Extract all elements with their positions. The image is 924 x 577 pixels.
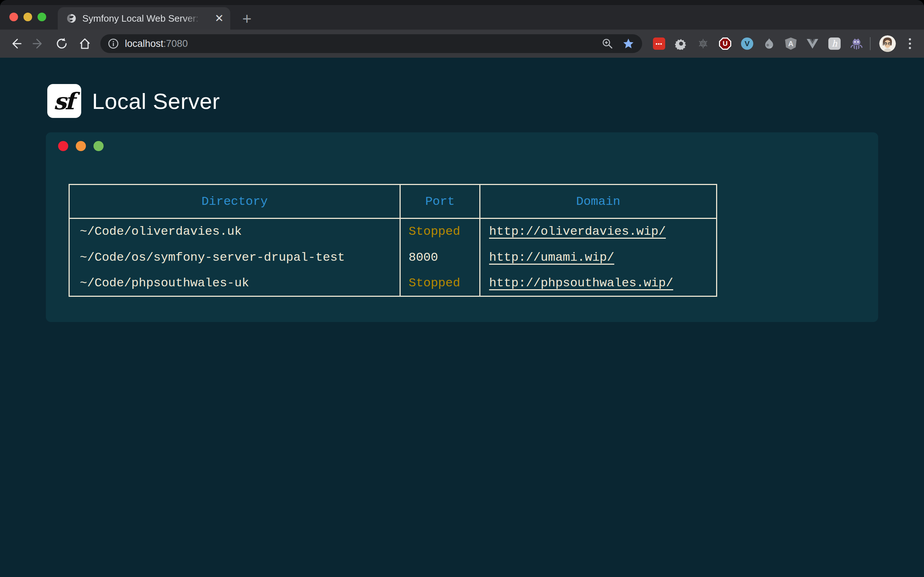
domain-link[interactable]: http://oliverdavies.wip/ bbox=[489, 225, 666, 239]
chrome-menu-icon[interactable] bbox=[904, 38, 916, 49]
vue-icon[interactable] bbox=[806, 37, 819, 50]
port-status: Stopped bbox=[409, 225, 460, 239]
url-text: localhost:7080 bbox=[125, 38, 188, 49]
browser-window: Symfony Local Web Server: Prox ✕ + local… bbox=[0, 0, 924, 577]
domain-link[interactable]: http://umami.wip/ bbox=[489, 251, 614, 264]
ublock-icon[interactable]: U bbox=[719, 37, 731, 50]
symfony-logo-glyph: sf bbox=[53, 88, 75, 115]
url-port: :7080 bbox=[163, 38, 188, 49]
toolbar-divider bbox=[870, 37, 871, 50]
window-zoom-button[interactable] bbox=[37, 13, 46, 21]
lastpass-icon[interactable]: ••• bbox=[653, 37, 665, 50]
port-link[interactable]: 8000 bbox=[409, 251, 438, 264]
window-frame-top bbox=[0, 0, 924, 5]
table-row: ~/Code/oliverdavies.uk Stopped http://ol… bbox=[69, 219, 717, 245]
ublock-letter: U bbox=[720, 39, 730, 49]
reload-button[interactable] bbox=[54, 36, 69, 51]
brand-header: sf Local Server bbox=[47, 84, 924, 118]
angular-icon[interactable]: A bbox=[785, 37, 796, 50]
panel-orange-dot-icon bbox=[76, 141, 86, 151]
profile-avatar[interactable] bbox=[879, 35, 896, 52]
directory-cell: ~/Code/os/symfony-server-drupal-test bbox=[69, 245, 400, 271]
directory-cell: ~/Code/phpsouthwales-uk bbox=[69, 271, 400, 297]
server-panel: Directory Port Domain ~/Code/oliverdavie… bbox=[46, 132, 878, 322]
tab-title: Symfony Local Web Server: Prox bbox=[82, 13, 201, 24]
window-traffic-lights bbox=[10, 13, 46, 21]
window-minimize-button[interactable] bbox=[23, 13, 32, 21]
page-info-icon[interactable] bbox=[108, 38, 119, 49]
panel-traffic-lights bbox=[58, 141, 103, 151]
new-tab-button[interactable]: + bbox=[239, 11, 255, 27]
domain-link[interactable]: http://phpsouthwales.wip/ bbox=[489, 276, 673, 290]
home-button[interactable] bbox=[77, 36, 92, 51]
honey-icon[interactable]: h bbox=[828, 37, 841, 50]
column-header-port: Port bbox=[400, 185, 480, 219]
zoom-level-icon[interactable] bbox=[602, 38, 613, 49]
port-cell: 8000 bbox=[400, 245, 480, 271]
drupal-icon[interactable] bbox=[763, 37, 775, 50]
server-table: Directory Port Domain ~/Code/oliverdavie… bbox=[69, 184, 717, 297]
back-button[interactable] bbox=[8, 36, 23, 51]
tab-close-icon[interactable]: ✕ bbox=[215, 13, 224, 24]
domain-cell: http://oliverdavies.wip/ bbox=[480, 219, 717, 245]
directory-cell: ~/Code/oliverdavies.uk bbox=[69, 219, 400, 245]
url-host: localhost bbox=[125, 38, 163, 49]
domain-cell: http://phpsouthwales.wip/ bbox=[480, 271, 717, 297]
address-bar[interactable]: localhost:7080 bbox=[100, 34, 642, 53]
table-row: ~/Code/os/symfony-server-drupal-test 800… bbox=[69, 245, 717, 271]
browser-toolbar: localhost:7080 ••• bbox=[0, 29, 924, 58]
active-tab[interactable]: Symfony Local Web Server: Prox ✕ bbox=[58, 7, 230, 29]
panel-red-dot-icon bbox=[58, 141, 68, 151]
bookmark-star-icon[interactable] bbox=[623, 38, 634, 49]
port-cell: Stopped bbox=[400, 271, 480, 297]
port-status: Stopped bbox=[409, 276, 460, 290]
gear-icon[interactable] bbox=[675, 37, 687, 50]
port-cell: Stopped bbox=[400, 219, 480, 245]
bug-icon[interactable] bbox=[697, 37, 709, 50]
symfony-logo-icon: sf bbox=[47, 84, 81, 118]
extensions-row: ••• U V bbox=[653, 37, 863, 50]
column-header-domain: Domain bbox=[480, 185, 717, 219]
window-close-button[interactable] bbox=[10, 13, 18, 21]
forward-button[interactable] bbox=[31, 36, 46, 51]
vimium-icon[interactable]: V bbox=[741, 37, 753, 50]
tab-strip: Symfony Local Web Server: Prox ✕ + bbox=[0, 5, 924, 29]
domain-cell: http://umami.wip/ bbox=[480, 245, 717, 271]
table-header-row: Directory Port Domain bbox=[69, 185, 717, 219]
page-content: sf Local Server Directory Port Domain bbox=[0, 58, 924, 577]
column-header-directory: Directory bbox=[69, 185, 400, 219]
page-title: Local Server bbox=[92, 89, 220, 114]
table-row: ~/Code/phpsouthwales-uk Stopped http://p… bbox=[69, 271, 717, 297]
panel-green-dot-icon bbox=[94, 141, 103, 151]
globe-favicon-icon bbox=[66, 13, 76, 23]
github-icon[interactable] bbox=[850, 37, 863, 50]
